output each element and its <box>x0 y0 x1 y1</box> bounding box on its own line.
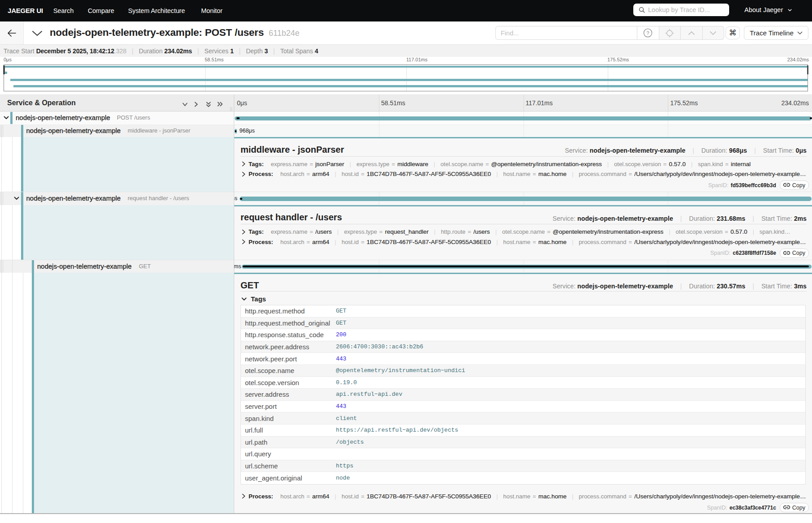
svg-text:?: ? <box>647 30 649 36</box>
